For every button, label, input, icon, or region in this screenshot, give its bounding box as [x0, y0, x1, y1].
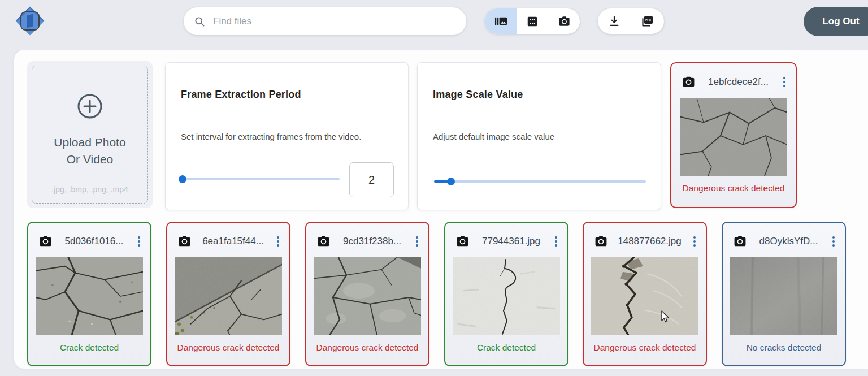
kebab-menu-icon[interactable] — [414, 235, 420, 248]
pdf-export-button[interactable]: PDF — [631, 8, 663, 34]
file-card-header: 9cd31f238b... — [306, 223, 428, 248]
file-name: 6ea1fa15f44... — [192, 236, 275, 247]
file-card[interactable]: d8OyklsYfD...No cracks detected — [722, 222, 846, 366]
search-icon — [194, 16, 205, 27]
camera-icon — [316, 234, 331, 248]
pdf-icon: PDF — [640, 15, 654, 28]
view-toggle-group — [485, 8, 580, 34]
kebab-menu-icon[interactable] — [553, 235, 559, 248]
slider-thumb[interactable] — [179, 175, 186, 183]
film-view-button[interactable] — [517, 8, 548, 34]
logout-button[interactable]: Log Out — [804, 7, 868, 36]
file-card-header: 1ebfcdece2f... — [671, 63, 796, 89]
search-input[interactable] — [213, 16, 450, 27]
file-card[interactable]: 77944361.jpgCrack detected — [444, 222, 568, 366]
detection-status-label: Crack detected — [477, 343, 536, 353]
file-name: 5d036f1016... — [53, 236, 136, 247]
kebab-menu-icon[interactable] — [136, 235, 142, 248]
frame-extraction-description: Set interval for extracting frames from … — [181, 132, 361, 141]
detection-status-label: No cracks detected — [747, 343, 822, 353]
file-card[interactable]: 5d036f1016...Crack detected — [27, 222, 151, 366]
camera-icon — [558, 15, 571, 28]
file-card[interactable]: 1ebfcdece2f...Dangerous crack detected — [670, 62, 797, 208]
kebab-menu-icon[interactable] — [830, 235, 837, 248]
frame-extraction-title: Frame Extraction Period — [181, 89, 301, 101]
camera-view-button[interactable] — [548, 8, 580, 34]
app-logo-icon[interactable] — [15, 6, 45, 36]
file-name: 77944361.jpg — [470, 236, 553, 247]
kebab-menu-icon[interactable] — [275, 235, 281, 248]
frame-extraction-slider[interactable] — [181, 178, 340, 180]
file-card-header: 5d036f1016... — [28, 223, 150, 248]
file-card-header: d8OyklsYfD... — [723, 223, 845, 248]
file-card-header: 148877662.jpg — [584, 223, 706, 248]
camera-icon — [177, 234, 192, 248]
frame-extraction-card: Frame Extraction Period Set interval for… — [165, 62, 409, 210]
top-bar: PDF Log Out — [0, 0, 868, 50]
detection-status-label: Dangerous crack detected — [316, 343, 419, 353]
upload-formats: .jpg, .bmp, .png, .mp4 — [32, 185, 147, 194]
kebab-menu-icon[interactable] — [781, 76, 788, 88]
slider-thumb[interactable] — [447, 178, 455, 185]
frame-extraction-value-input[interactable] — [349, 162, 394, 197]
file-card[interactable]: 148877662.jpgDangerous crack detected — [583, 222, 707, 366]
file-card-header: 77944361.jpg — [445, 223, 567, 248]
image-scale-card: Image Scale Value Adjust default image s… — [417, 62, 661, 210]
kebab-menu-icon[interactable] — [691, 235, 698, 248]
file-card[interactable]: 6ea1fa15f44...Dangerous crack detected — [166, 222, 290, 366]
camera-icon — [594, 234, 608, 248]
detection-status-label: Crack detected — [60, 343, 119, 353]
download-button[interactable] — [598, 8, 631, 34]
image-scale-description: Adjust default image scale value — [433, 132, 554, 141]
file-name: 148877662.jpg — [608, 236, 691, 247]
file-name: d8OyklsYfD... — [747, 236, 830, 247]
file-card[interactable]: 9cd31f238b...Dangerous crack detected — [305, 222, 429, 366]
detection-status-label: Dangerous crack detected — [683, 183, 785, 193]
camera-icon — [733, 234, 747, 248]
upload-dropzone[interactable]: Upload Photo Or Video .jpg, .bmp, .png, … — [27, 61, 153, 208]
file-thumbnail[interactable] — [680, 98, 787, 176]
export-group: PDF — [598, 8, 664, 34]
svg-text:PDF: PDF — [645, 18, 652, 21]
image-scale-title: Image Scale Value — [433, 89, 523, 101]
film-icon — [526, 15, 539, 28]
file-thumbnail[interactable] — [730, 257, 837, 335]
file-name: 1ebfcdece2f... — [696, 76, 781, 88]
plus-circle-icon — [77, 93, 103, 119]
upload-dashed-border: Upload Photo Or Video .jpg, .bmp, .png, … — [32, 66, 148, 204]
file-card-header: 6ea1fa15f44... — [167, 223, 289, 248]
gallery-view-button[interactable] — [485, 8, 517, 34]
file-thumbnail[interactable] — [314, 257, 421, 335]
file-thumbnail[interactable] — [36, 257, 143, 335]
camera-icon — [682, 75, 696, 89]
content-panel: Upload Photo Or Video .jpg, .bmp, .png, … — [14, 50, 868, 369]
camera-icon — [455, 234, 470, 248]
gallery-view-icon — [494, 15, 507, 28]
logo-ring — [20, 11, 40, 31]
camera-icon — [38, 234, 53, 248]
file-name: 9cd31f238b... — [331, 236, 414, 247]
detection-status-label: Dangerous crack detected — [594, 343, 696, 353]
detection-status-label: Dangerous crack detected — [177, 343, 280, 353]
upload-title: Upload Photo Or Video — [50, 134, 129, 168]
file-thumbnail[interactable] — [453, 257, 560, 335]
file-thumbnail[interactable] — [591, 257, 698, 335]
download-icon — [608, 15, 620, 28]
file-thumbnail[interactable] — [175, 257, 282, 335]
image-scale-slider[interactable] — [434, 180, 646, 183]
search-bar — [184, 7, 466, 35]
